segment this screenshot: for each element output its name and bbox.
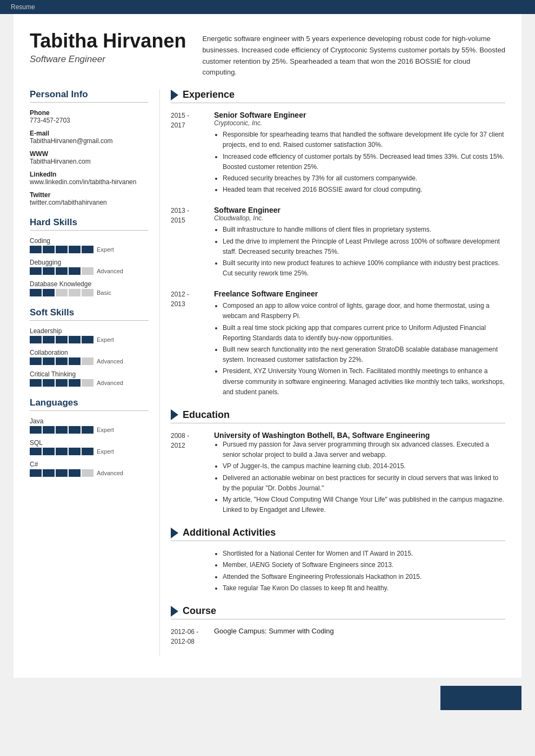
additional-dates: [171, 549, 209, 595]
additional-section-title: Additional Activities: [183, 527, 276, 538]
info-www: WWW TabithaHirvanen.com: [30, 150, 149, 165]
list-item: VP of Jugger-Is, the campus machine lear…: [223, 461, 505, 471]
left-column: Personal Info Phone 773-457-2703 E-mail …: [30, 89, 159, 656]
bar: [56, 336, 68, 343]
languages-title: Languages: [30, 397, 149, 411]
info-email: E-mail TabithaHirvanen@gmail.com: [30, 130, 149, 145]
resume-container: Tabitha Hirvanen Software Engineer Energ…: [14, 14, 521, 678]
course-header: Course: [171, 605, 505, 619]
top-bar-label: Resume: [11, 3, 35, 11]
bar: [30, 426, 42, 434]
header-left: Tabitha Hirvanen Software Engineer: [30, 30, 186, 65]
list-item: President, XYZ University Young Women in…: [223, 366, 505, 397]
exp-title-2: Software Engineer: [214, 206, 505, 214]
bar: [43, 357, 55, 365]
bar: [69, 448, 81, 455]
exp-content-3: Freelance Software Engineer Composed an …: [214, 289, 505, 399]
list-item: Responsible for spearheading teams that …: [223, 130, 505, 150]
header-section: Tabitha Hirvanen Software Engineer Energ…: [14, 14, 521, 89]
bar: [43, 267, 55, 275]
bar: [30, 289, 42, 296]
exp-company-1: Cryptoconic, Inc.: [214, 119, 505, 127]
bar: [69, 426, 81, 434]
bar: [43, 246, 55, 253]
right-column: Experience 2015 -2017 Senior Software En…: [159, 89, 505, 656]
bar: [82, 448, 93, 455]
page-footer: [0, 678, 535, 710]
bar: [43, 289, 55, 296]
header-name: Tabitha Hirvanen: [30, 30, 186, 52]
bar: [56, 379, 68, 387]
lang-java: Java Expert: [30, 417, 149, 434]
course-content-1: Google Campus: Summer with Coding: [214, 627, 505, 646]
bar: [30, 379, 42, 387]
exp-entry-3: 2012 -2013 Freelance Software Engineer C…: [171, 289, 505, 399]
edu-title-1: University of Washington Bothell, BA, So…: [214, 431, 505, 440]
list-item: Built a real time stock picking app that…: [223, 323, 505, 343]
additional-content: Shortlisted for a National Center for Wo…: [214, 549, 505, 595]
course-dates-1: 2012-06 -2012-08: [171, 627, 209, 646]
info-twitter: Twitter twitter.com/tabithahirvanen: [30, 191, 149, 206]
bar: [30, 336, 42, 343]
list-item: Take regular Tae Kwon Do classes to keep…: [223, 583, 505, 593]
skill-collaboration: Collaboration Advanced: [30, 349, 149, 365]
exp-bullets-1: Responsible for spearheading teams that …: [214, 130, 505, 195]
bar: [69, 246, 81, 253]
edu-bullets-1: Pursued my passion for Java server progr…: [214, 440, 505, 515]
list-item: Pursued my passion for Java server progr…: [223, 440, 505, 460]
list-item: Reduced security breaches by 73% for all…: [223, 173, 505, 184]
list-item: Built infrastructure to handle millions …: [223, 225, 505, 235]
exp-entry-2: 2013 -2015 Software Engineer Cloudwallop…: [171, 206, 505, 280]
skill-coding: Coding Expert: [30, 237, 149, 253]
experience-section-title: Experience: [183, 89, 235, 100]
list-item: Composed an app to allow voice control o…: [223, 301, 505, 321]
bar: [56, 246, 68, 253]
list-item: Built new search functionality into the …: [223, 345, 505, 365]
bar: [43, 448, 55, 455]
skill-leadership: Leadership Expert: [30, 327, 149, 343]
course-arrow-icon: [171, 606, 178, 617]
list-item: My article, "How Cloud Computing Will Ch…: [223, 495, 505, 515]
exp-bullets-2: Built infrastructure to handle millions …: [214, 225, 505, 279]
list-item: Built security into new product features…: [223, 258, 505, 279]
edu-dates-1: 2008 -2012: [171, 431, 209, 516]
header-summary: Energetic software engineer with 5 years…: [202, 30, 505, 78]
list-item: Delivered an actionable webinar on best …: [223, 473, 505, 494]
additional-arrow-icon: [171, 528, 178, 538]
experience-arrow-icon: [171, 90, 178, 100]
experience-header: Experience: [171, 89, 505, 103]
bar: [82, 469, 93, 477]
hard-skills-items: Coding Expert Debugging: [30, 237, 149, 296]
list-item: Member, IAENG Society of Software Engine…: [223, 560, 505, 570]
bar: [69, 289, 81, 296]
personal-info-title: Personal Info: [30, 89, 149, 103]
exp-company-2: Cloudwallop, Inc.: [214, 214, 505, 222]
additional-entry: Shortlisted for a National Center for Wo…: [171, 549, 505, 595]
bar: [43, 336, 55, 343]
bar: [56, 469, 68, 477]
bar: [69, 336, 81, 343]
soft-skills-title: Soft Skills: [30, 307, 149, 321]
bar: [56, 267, 68, 275]
bar: [56, 289, 68, 296]
education-section-title: Education: [183, 409, 230, 421]
hard-skills-title: Hard Skills: [30, 217, 149, 231]
list-item: Shortlisted for a National Center for Wo…: [223, 549, 505, 559]
bar: [56, 426, 68, 434]
list-item: Headed team that received 2016 BOSSIE aw…: [223, 185, 505, 195]
body-section: Personal Info Phone 773-457-2703 E-mail …: [14, 89, 521, 656]
skill-database: Database Knowledge Basic: [30, 280, 149, 296]
course-entry-1: 2012-06 -2012-08 Google Campus: Summer w…: [171, 627, 505, 646]
bar: [69, 357, 81, 365]
bar: [69, 469, 81, 477]
header-title: Software Engineer: [30, 54, 186, 65]
bar: [82, 289, 93, 296]
exp-content-2: Software Engineer Cloudwallop, Inc. Buil…: [214, 206, 505, 280]
bar: [30, 246, 42, 253]
exp-dates-1: 2015 -2017: [171, 111, 209, 196]
bar: [30, 469, 42, 477]
bar: [82, 379, 93, 387]
course-title-1: Google Campus: Summer with Coding: [214, 627, 505, 635]
exp-content-1: Senior Software Engineer Cryptoconic, In…: [214, 111, 505, 196]
education-arrow-icon: [171, 409, 178, 420]
